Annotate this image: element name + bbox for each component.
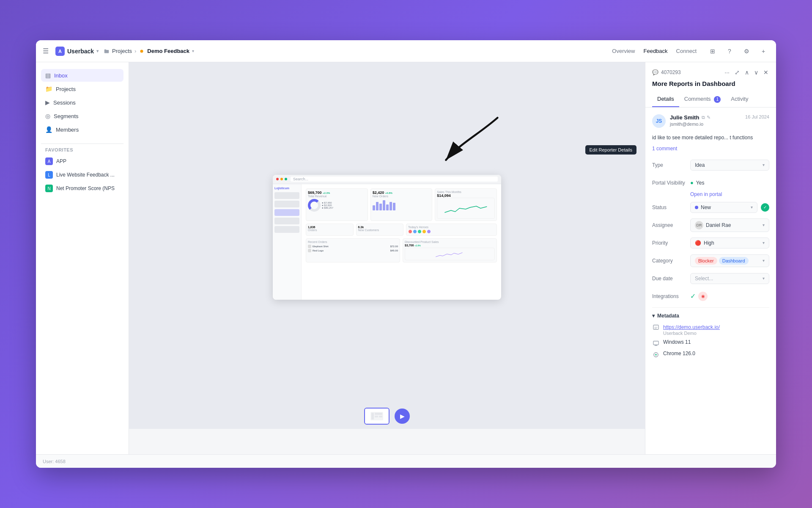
mockup-stat-1-value: $69,700 +2.3%: [308, 190, 366, 195]
sidebar-item-sessions[interactable]: ▶ Sessions: [41, 96, 123, 109]
thumbnail-play-button[interactable]: ▶: [395, 409, 410, 424]
comment-link[interactable]: 1 comment: [652, 146, 769, 152]
sidebar-item-segments[interactable]: ◎ Segments: [41, 110, 123, 122]
app-logo[interactable]: A Userback ▾: [55, 47, 99, 56]
mockup-row-2: 1,836 Orders 6.3k New Customers Today's …: [306, 224, 497, 236]
tag-dashboard: Dashboard: [719, 257, 749, 265]
sidebar-fav-app[interactable]: A APP: [41, 155, 123, 168]
sidebar-fav-live[interactable]: L Live Website Feedback ...: [41, 168, 123, 181]
mockup-stat-orders-value: 1,836: [308, 226, 351, 229]
due-date-placeholder: Select...: [695, 276, 713, 282]
tab-activity[interactable]: Activity: [726, 92, 753, 107]
svg-rect-7: [653, 341, 658, 345]
due-date-dropdown[interactable]: Select... ▾: [690, 273, 769, 284]
project-icon: [139, 48, 145, 54]
segments-icon: ◎: [45, 113, 50, 119]
mockup-stat-1-label: Total Revenue: [308, 195, 366, 198]
breadcrumb-projects[interactable]: Projects: [112, 48, 132, 54]
metadata-url-icon: [653, 324, 659, 330]
sidebar-item-projects[interactable]: 📁 Projects: [41, 83, 123, 95]
tag-blocker: Blocker: [695, 257, 717, 265]
field-portal-label: Portal Visibility: [652, 180, 690, 186]
nav-link-feedback[interactable]: Feedback: [643, 46, 667, 56]
category-dropdown[interactable]: Blocker Dashboard ▾: [690, 254, 769, 267]
next-btn[interactable]: ∨: [753, 68, 759, 77]
portal-yes-text: Yes: [696, 180, 705, 186]
status-bar-user-label: User:: [43, 459, 54, 464]
status-dropdown[interactable]: New ▾: [690, 202, 757, 213]
thumbnail-strip: ▶: [129, 403, 645, 429]
mockup-stats-row-1: $69,700 +2.3% Total Revenue ● $7,650 ● $…: [306, 188, 497, 221]
reporter-name: Julie Smith: [670, 114, 699, 121]
sidebar-item-members[interactable]: 👤 Members: [41, 123, 123, 136]
expand-btn[interactable]: ⤢: [734, 68, 741, 77]
folder-icon: [104, 48, 110, 54]
top-nav-links: Overview Feedback Connect: [612, 46, 697, 56]
tab-comments[interactable]: Comments 1: [679, 92, 726, 107]
sidebar-item-inbox[interactable]: ▤ Inbox: [41, 69, 123, 82]
status-value: New: [701, 204, 711, 210]
reporter-copy-icon[interactable]: ⧉: [702, 115, 705, 120]
prev-btn[interactable]: ∧: [744, 68, 750, 77]
panel-id: 💬 4070293: [652, 69, 681, 75]
bar-2: [376, 202, 379, 210]
panel-actions: ··· ⤢ ∧ ∨ ✕: [724, 68, 769, 77]
panel-title: More Reports in Dashboard: [652, 80, 769, 87]
field-assignee: Assignee DR Daniel Rae ▾: [652, 218, 769, 232]
bar-3: [379, 204, 382, 210]
metadata-os-text: Windows 11: [663, 339, 691, 345]
metadata-browser-icon: [653, 352, 659, 358]
reporter-edit-icon[interactable]: ✎: [707, 115, 710, 120]
mockup-stat-2-label: New Orders: [373, 195, 431, 198]
more-options-btn[interactable]: ···: [724, 68, 730, 77]
assignee-name: Daniel Rae: [706, 222, 731, 228]
nav-link-connect[interactable]: Connect: [676, 46, 697, 56]
svg-point-0: [140, 50, 143, 52]
integration-check-icon[interactable]: ✓: [690, 292, 696, 300]
field-assignee-label: Assignee: [652, 222, 690, 228]
field-status: Status New ▾ ✓: [652, 201, 769, 214]
type-dropdown[interactable]: Idea ▾: [690, 160, 769, 171]
sessions-icon: ▶: [45, 99, 50, 106]
breadcrumb-project[interactable]: Demo Feedback: [147, 48, 189, 54]
metadata-header[interactable]: ▾ Metadata: [652, 313, 769, 319]
portal-link[interactable]: Open in portal: [690, 191, 769, 197]
thumbnail-1[interactable]: [364, 408, 390, 425]
nav-link-overview[interactable]: Overview: [612, 46, 635, 56]
help-icon[interactable]: ?: [724, 45, 735, 57]
close-btn[interactable]: ✕: [763, 68, 769, 77]
add-icon[interactable]: +: [757, 45, 769, 57]
order-1-price: $72.00: [390, 245, 398, 248]
tab-details[interactable]: Details: [652, 92, 679, 107]
mockup-row-3: Recent Orders Elephant Shirt $72.00: [306, 238, 497, 262]
status-bar: User: 4658: [36, 454, 776, 468]
sidebar-label-sessions: Sessions: [53, 99, 76, 106]
integration-circle-icon[interactable]: ◉: [698, 292, 708, 301]
metadata-url-link[interactable]: https://demo.userback.io/: [663, 324, 720, 330]
field-portal: Portal Visibility ● Yes: [652, 176, 769, 190]
priority-dropdown[interactable]: 🔴 High ▾: [690, 237, 769, 248]
mockup-body: Lojisticum $69,700 +2.3% Total: [273, 184, 501, 300]
status-confirm-icon[interactable]: ✓: [761, 203, 769, 212]
sidebar-fav-nps[interactable]: N Net Promoter Score (NPS: [41, 182, 123, 195]
settings-icon[interactable]: ⚙: [741, 45, 752, 57]
members-icon: 👤: [45, 126, 52, 133]
grid-icon[interactable]: ⊞: [707, 45, 719, 57]
hamburger-icon[interactable]: ☰: [43, 47, 49, 55]
status-bar-user-id: 4658: [55, 459, 65, 464]
feedback-screenshot-area: Search... Lojisticum: [129, 62, 645, 429]
mockup-sidebar: Lojisticum: [273, 184, 302, 300]
mockup-nav-active: [274, 209, 299, 216]
order-1-name: Elephant Shirt: [313, 245, 389, 248]
breadcrumb-sep: ›: [134, 48, 136, 54]
field-due-date-value: Select... ▾: [690, 273, 769, 284]
mockup-bar-chart: [373, 198, 431, 210]
priority-chevron: ▾: [763, 240, 765, 245]
mockup-heroes-avatars: [408, 229, 495, 234]
panel-body: JS Julie Smith ⧉ ✎ jsmith@demo.io 16 Jul…: [645, 108, 776, 455]
mockup-recent-orders: Recent Orders Elephant Shirt $72.00: [306, 238, 400, 262]
field-assignee-value: DR Daniel Rae ▾: [690, 218, 769, 232]
reporter-section: JS Julie Smith ⧉ ✎ jsmith@demo.io 16 Jul…: [652, 114, 769, 128]
reporter-info: Julie Smith ⧉ ✎ jsmith@demo.io: [670, 114, 741, 127]
assignee-dropdown[interactable]: DR Daniel Rae ▾: [690, 218, 769, 232]
